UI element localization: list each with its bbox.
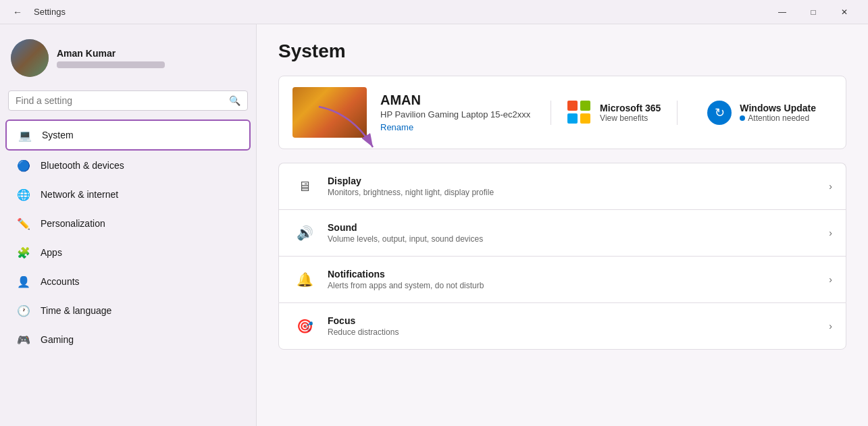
settings-list: 🖥 Display Monitors, brightness, night li… bbox=[278, 163, 846, 350]
nav-icon-personalization: ✏️ bbox=[16, 216, 31, 231]
user-info: Aman Kumar bbox=[57, 48, 165, 68]
item-subtitle-sound: Volume levels, output, input, sound devi… bbox=[328, 234, 818, 244]
sidebar-item-accounts[interactable]: 👤 Accounts bbox=[5, 267, 251, 296]
nav-icon-time-language: 🕐 bbox=[16, 303, 31, 318]
sidebar-item-bluetooth[interactable]: 🔵 Bluetooth & devices bbox=[5, 151, 251, 180]
minimize-button[interactable]: — bbox=[767, 0, 798, 24]
device-name: AMAN bbox=[380, 92, 537, 108]
ms365-square bbox=[567, 113, 578, 124]
item-text-focus: Focus Reduce distractions bbox=[328, 315, 818, 337]
windows-update-subtitle: Attention needed bbox=[740, 113, 816, 123]
nav-list: 💻 System 🔵 Bluetooth & devices 🌐 Network… bbox=[0, 119, 256, 354]
user-email-bar bbox=[57, 61, 165, 68]
chevron-icon-notifications: › bbox=[829, 274, 832, 285]
ms365-icon bbox=[567, 101, 592, 125]
nav-label-system: System bbox=[42, 130, 74, 140]
chevron-icon-focus: › bbox=[829, 321, 832, 331]
search-box[interactable]: 🔍 bbox=[8, 90, 248, 111]
item-icon-display: 🖥 bbox=[292, 174, 317, 198]
sidebar-item-time-language[interactable]: 🕐 Time & language bbox=[5, 296, 251, 325]
item-icon-focus: 🎯 bbox=[292, 314, 317, 338]
nav-label-time-language: Time & language bbox=[41, 305, 111, 316]
windows-update-section[interactable]: ↻ Windows Update Attention needed bbox=[691, 101, 832, 125]
device-thumb-image bbox=[292, 87, 367, 138]
sidebar-item-system[interactable]: 💻 System bbox=[5, 119, 251, 151]
user-profile[interactable]: Aman Kumar bbox=[0, 31, 256, 88]
ms365-section[interactable]: Microsoft 365 View benefits bbox=[551, 101, 678, 125]
device-model: HP Pavilion Gaming Laptop 15-ec2xxx bbox=[380, 109, 537, 119]
chevron-icon-display: › bbox=[829, 181, 832, 192]
title-bar: ← Settings — □ ✕ bbox=[0, 0, 868, 24]
device-info: AMAN HP Pavilion Gaming Laptop 15-ec2xxx… bbox=[380, 92, 537, 132]
sidebar-item-gaming[interactable]: 🎮 Gaming bbox=[5, 325, 251, 354]
item-subtitle-notifications: Alerts from apps and system, do not dist… bbox=[328, 281, 818, 290]
nav-icon-system: 💻 bbox=[18, 128, 32, 142]
item-text-notifications: Notifications Alerts from apps and syste… bbox=[328, 269, 818, 290]
device-bar: AMAN HP Pavilion Gaming Laptop 15-ec2xxx… bbox=[278, 76, 846, 149]
avatar bbox=[11, 39, 49, 77]
item-subtitle-display: Monitors, brightness, night light, displ… bbox=[328, 188, 818, 197]
ms365-square bbox=[580, 101, 590, 111]
settings-item-sound[interactable]: 🔊 Sound Volume levels, output, input, so… bbox=[278, 209, 846, 256]
back-button[interactable]: ← bbox=[8, 3, 27, 22]
item-text-sound: Sound Volume levels, output, input, soun… bbox=[328, 222, 818, 244]
nav-icon-bluetooth: 🔵 bbox=[16, 158, 31, 173]
chevron-icon-sound: › bbox=[829, 228, 832, 238]
nav-label-accounts: Accounts bbox=[41, 276, 80, 287]
item-icon-sound: 🔊 bbox=[292, 221, 317, 245]
windows-update-text: Windows Update Attention needed bbox=[740, 103, 816, 123]
device-rename-link[interactable]: Rename bbox=[380, 122, 537, 132]
sidebar: Aman Kumar 🔍 💻 System 🔵 Bluetooth & devi… bbox=[0, 24, 257, 426]
window-controls: — □ ✕ bbox=[767, 0, 860, 24]
nav-label-apps: Apps bbox=[41, 247, 62, 258]
item-icon-notifications: 🔔 bbox=[292, 267, 317, 292]
sidebar-item-network[interactable]: 🌐 Network & internet bbox=[5, 180, 251, 209]
device-thumbnail bbox=[292, 87, 367, 138]
nav-label-personalization: Personalization bbox=[41, 218, 105, 229]
nav-label-gaming: Gaming bbox=[41, 334, 74, 345]
item-title-focus: Focus bbox=[328, 315, 818, 326]
settings-item-notifications[interactable]: 🔔 Notifications Alerts from apps and sys… bbox=[278, 256, 846, 302]
nav-icon-accounts: 👤 bbox=[16, 274, 31, 289]
ms365-subtitle: View benefits bbox=[600, 113, 661, 123]
page-title: System bbox=[278, 41, 846, 62]
nav-label-network: Network & internet bbox=[41, 189, 118, 200]
nav-icon-apps: 🧩 bbox=[16, 245, 31, 260]
windows-update-icon: ↻ bbox=[707, 101, 732, 125]
ms365-title: Microsoft 365 bbox=[600, 103, 661, 113]
item-text-display: Display Monitors, brightness, night ligh… bbox=[328, 176, 818, 197]
maximize-button[interactable]: □ bbox=[798, 0, 829, 24]
nav-icon-gaming: 🎮 bbox=[16, 332, 31, 347]
ms365-square bbox=[567, 101, 578, 111]
search-input[interactable] bbox=[16, 95, 224, 106]
title-bar-left: ← Settings bbox=[8, 3, 767, 22]
item-title-sound: Sound bbox=[328, 222, 818, 233]
ms365-text: Microsoft 365 View benefits bbox=[600, 103, 661, 123]
item-title-notifications: Notifications bbox=[328, 269, 818, 279]
item-subtitle-focus: Reduce distractions bbox=[328, 327, 818, 337]
main-panel: System AMAN HP Pavilion Gaming Laptop 15… bbox=[257, 24, 868, 426]
app-title: Settings bbox=[34, 7, 66, 17]
item-title-display: Display bbox=[328, 176, 818, 186]
search-icon: 🔍 bbox=[229, 95, 240, 106]
attention-dot bbox=[740, 115, 745, 121]
nav-label-bluetooth: Bluetooth & devices bbox=[41, 160, 124, 171]
ms365-square bbox=[580, 113, 590, 124]
windows-update-title: Windows Update bbox=[740, 103, 816, 113]
nav-icon-network: 🌐 bbox=[16, 187, 31, 202]
app-body: Aman Kumar 🔍 💻 System 🔵 Bluetooth & devi… bbox=[0, 24, 868, 426]
sidebar-item-personalization[interactable]: ✏️ Personalization bbox=[5, 209, 251, 238]
settings-item-focus[interactable]: 🎯 Focus Reduce distractions › bbox=[278, 302, 846, 350]
user-name: Aman Kumar bbox=[57, 48, 165, 59]
sidebar-item-apps[interactable]: 🧩 Apps bbox=[5, 238, 251, 267]
settings-item-display[interactable]: 🖥 Display Monitors, brightness, night li… bbox=[278, 163, 846, 209]
close-button[interactable]: ✕ bbox=[829, 0, 860, 24]
